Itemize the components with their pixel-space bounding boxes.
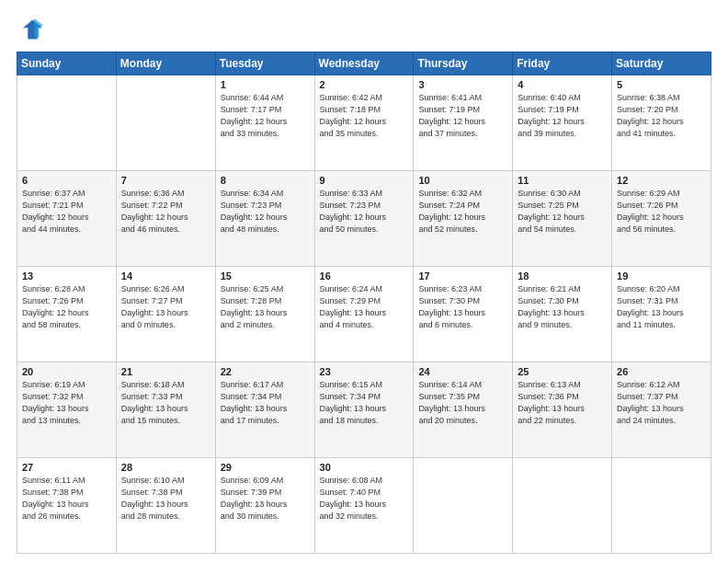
calendar-day-header: Wednesday xyxy=(314,52,414,75)
calendar-cell: 9Sunrise: 6:33 AM Sunset: 7:23 PM Daylig… xyxy=(314,171,414,267)
day-number: 5 xyxy=(617,79,706,90)
day-info: Sunrise: 6:34 AM Sunset: 7:23 PM Dayligh… xyxy=(221,188,310,236)
day-info: Sunrise: 6:20 AM Sunset: 7:31 PM Dayligh… xyxy=(617,283,706,331)
calendar-cell: 26Sunrise: 6:12 AM Sunset: 7:37 PM Dayli… xyxy=(612,362,711,458)
calendar-cell: 23Sunrise: 6:15 AM Sunset: 7:34 PM Dayli… xyxy=(314,362,414,458)
day-number: 10 xyxy=(418,175,507,186)
day-number: 29 xyxy=(221,462,310,473)
calendar-cell: 8Sunrise: 6:34 AM Sunset: 7:23 PM Daylig… xyxy=(215,171,314,267)
day-number: 11 xyxy=(518,175,607,186)
calendar-cell: 14Sunrise: 6:26 AM Sunset: 7:27 PM Dayli… xyxy=(116,267,215,362)
day-number: 18 xyxy=(518,270,607,282)
day-info: Sunrise: 6:17 AM Sunset: 7:34 PM Dayligh… xyxy=(221,379,310,427)
day-info: Sunrise: 6:25 AM Sunset: 7:28 PM Dayligh… xyxy=(221,283,310,331)
calendar-cell: 27Sunrise: 6:11 AM Sunset: 7:38 PM Dayli… xyxy=(17,458,117,554)
calendar-cell: 19Sunrise: 6:20 AM Sunset: 7:31 PM Dayli… xyxy=(612,267,711,362)
day-info: Sunrise: 6:44 AM Sunset: 7:17 PM Dayligh… xyxy=(221,92,310,140)
calendar-week-row: 1Sunrise: 6:44 AM Sunset: 7:17 PM Daylig… xyxy=(17,75,711,171)
calendar-cell: 1Sunrise: 6:44 AM Sunset: 7:17 PM Daylig… xyxy=(215,75,314,171)
calendar-cell: 28Sunrise: 6:10 AM Sunset: 7:38 PM Dayli… xyxy=(116,458,215,554)
calendar-table: SundayMondayTuesdayWednesdayThursdayFrid… xyxy=(17,52,711,554)
calendar-cell: 20Sunrise: 6:19 AM Sunset: 7:32 PM Dayli… xyxy=(17,362,117,458)
day-number: 26 xyxy=(617,366,706,377)
calendar-cell: 2Sunrise: 6:42 AM Sunset: 7:18 PM Daylig… xyxy=(314,75,414,171)
day-info: Sunrise: 6:42 AM Sunset: 7:18 PM Dayligh… xyxy=(320,92,409,140)
day-number: 9 xyxy=(320,175,409,186)
day-number: 16 xyxy=(320,270,409,282)
day-number: 25 xyxy=(518,366,607,377)
day-info: Sunrise: 6:28 AM Sunset: 7:26 PM Dayligh… xyxy=(22,283,111,331)
calendar-cell: 5Sunrise: 6:38 AM Sunset: 7:20 PM Daylig… xyxy=(612,75,711,171)
day-number: 23 xyxy=(320,366,409,377)
day-number: 8 xyxy=(221,175,310,186)
day-info: Sunrise: 6:38 AM Sunset: 7:20 PM Dayligh… xyxy=(617,92,706,140)
day-number: 12 xyxy=(617,175,706,186)
logo-icon xyxy=(17,17,42,42)
day-info: Sunrise: 6:29 AM Sunset: 7:26 PM Dayligh… xyxy=(617,188,706,236)
header xyxy=(17,17,711,42)
day-info: Sunrise: 6:09 AM Sunset: 7:39 PM Dayligh… xyxy=(221,475,310,523)
calendar-day-header: Monday xyxy=(116,52,215,75)
calendar-cell: 18Sunrise: 6:21 AM Sunset: 7:30 PM Dayli… xyxy=(513,267,612,362)
day-number: 19 xyxy=(617,270,706,282)
calendar-cell: 10Sunrise: 6:32 AM Sunset: 7:24 PM Dayli… xyxy=(414,171,513,267)
day-info: Sunrise: 6:12 AM Sunset: 7:37 PM Dayligh… xyxy=(617,379,706,427)
calendar-cell: 17Sunrise: 6:23 AM Sunset: 7:30 PM Dayli… xyxy=(414,267,513,362)
calendar-cell xyxy=(17,75,117,171)
calendar-cell xyxy=(414,458,513,554)
day-info: Sunrise: 6:32 AM Sunset: 7:24 PM Dayligh… xyxy=(418,188,507,236)
day-number: 20 xyxy=(22,366,111,377)
calendar-cell: 15Sunrise: 6:25 AM Sunset: 7:28 PM Dayli… xyxy=(215,267,314,362)
calendar-cell: 16Sunrise: 6:24 AM Sunset: 7:29 PM Dayli… xyxy=(314,267,414,362)
day-number: 7 xyxy=(121,175,210,186)
day-info: Sunrise: 6:21 AM Sunset: 7:30 PM Dayligh… xyxy=(518,283,607,331)
day-info: Sunrise: 6:19 AM Sunset: 7:32 PM Dayligh… xyxy=(22,379,111,427)
day-number: 24 xyxy=(418,366,507,377)
day-info: Sunrise: 6:30 AM Sunset: 7:25 PM Dayligh… xyxy=(518,188,607,236)
day-info: Sunrise: 6:41 AM Sunset: 7:19 PM Dayligh… xyxy=(418,92,507,140)
day-info: Sunrise: 6:08 AM Sunset: 7:40 PM Dayligh… xyxy=(320,475,409,523)
calendar-cell: 13Sunrise: 6:28 AM Sunset: 7:26 PM Dayli… xyxy=(17,267,117,362)
day-info: Sunrise: 6:14 AM Sunset: 7:35 PM Dayligh… xyxy=(418,379,507,427)
day-info: Sunrise: 6:13 AM Sunset: 7:36 PM Dayligh… xyxy=(518,379,607,427)
page: SundayMondayTuesdayWednesdayThursdayFrid… xyxy=(0,0,728,563)
calendar-cell: 22Sunrise: 6:17 AM Sunset: 7:34 PM Dayli… xyxy=(215,362,314,458)
day-number: 13 xyxy=(22,270,111,282)
day-number: 3 xyxy=(418,79,507,90)
logo xyxy=(17,17,46,42)
day-number: 27 xyxy=(22,462,111,473)
calendar-cell: 11Sunrise: 6:30 AM Sunset: 7:25 PM Dayli… xyxy=(513,171,612,267)
day-info: Sunrise: 6:18 AM Sunset: 7:33 PM Dayligh… xyxy=(121,379,210,427)
day-number: 4 xyxy=(518,79,607,90)
calendar-day-header: Thursday xyxy=(414,52,513,75)
calendar-cell: 4Sunrise: 6:40 AM Sunset: 7:19 PM Daylig… xyxy=(513,75,612,171)
day-number: 1 xyxy=(221,79,310,90)
day-info: Sunrise: 6:24 AM Sunset: 7:29 PM Dayligh… xyxy=(320,283,409,331)
day-number: 6 xyxy=(22,175,111,186)
day-number: 17 xyxy=(418,270,507,282)
day-number: 28 xyxy=(121,462,210,473)
calendar-cell xyxy=(513,458,612,554)
calendar-week-row: 27Sunrise: 6:11 AM Sunset: 7:38 PM Dayli… xyxy=(17,458,711,554)
calendar-week-row: 13Sunrise: 6:28 AM Sunset: 7:26 PM Dayli… xyxy=(17,267,711,362)
calendar-cell: 7Sunrise: 6:36 AM Sunset: 7:22 PM Daylig… xyxy=(116,171,215,267)
day-info: Sunrise: 6:40 AM Sunset: 7:19 PM Dayligh… xyxy=(518,92,607,140)
day-number: 2 xyxy=(320,79,409,90)
day-info: Sunrise: 6:37 AM Sunset: 7:21 PM Dayligh… xyxy=(22,188,111,236)
calendar-cell: 6Sunrise: 6:37 AM Sunset: 7:21 PM Daylig… xyxy=(17,171,117,267)
calendar-cell: 24Sunrise: 6:14 AM Sunset: 7:35 PM Dayli… xyxy=(414,362,513,458)
day-number: 15 xyxy=(221,270,310,282)
calendar-cell: 29Sunrise: 6:09 AM Sunset: 7:39 PM Dayli… xyxy=(215,458,314,554)
day-info: Sunrise: 6:33 AM Sunset: 7:23 PM Dayligh… xyxy=(320,188,409,236)
calendar-header-row: SundayMondayTuesdayWednesdayThursdayFrid… xyxy=(17,52,711,75)
calendar-cell: 3Sunrise: 6:41 AM Sunset: 7:19 PM Daylig… xyxy=(414,75,513,171)
calendar-cell: 12Sunrise: 6:29 AM Sunset: 7:26 PM Dayli… xyxy=(612,171,711,267)
day-number: 21 xyxy=(121,366,210,377)
day-number: 14 xyxy=(121,270,210,282)
calendar-week-row: 6Sunrise: 6:37 AM Sunset: 7:21 PM Daylig… xyxy=(17,171,711,267)
calendar-cell: 25Sunrise: 6:13 AM Sunset: 7:36 PM Dayli… xyxy=(513,362,612,458)
day-info: Sunrise: 6:26 AM Sunset: 7:27 PM Dayligh… xyxy=(121,283,210,331)
calendar-cell xyxy=(612,458,711,554)
day-number: 22 xyxy=(221,366,310,377)
calendar-day-header: Saturday xyxy=(612,52,711,75)
